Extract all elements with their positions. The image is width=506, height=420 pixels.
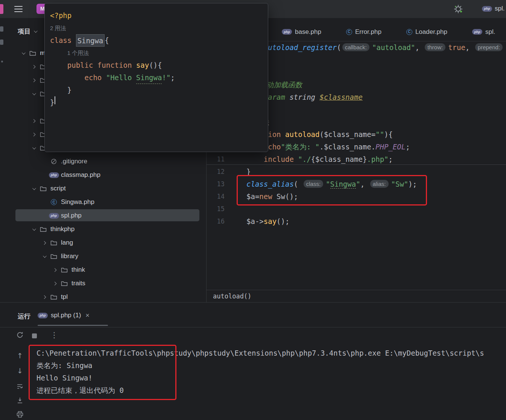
line-number: 15 xyxy=(207,203,225,215)
chevron-right-icon[interactable] xyxy=(29,79,38,82)
chevron-right-icon[interactable] xyxy=(29,65,38,68)
code-token: echo xyxy=(85,72,106,84)
inlay-hint: prepend: xyxy=(475,43,503,51)
code-token: $a xyxy=(246,217,255,225)
folder-icon-slot xyxy=(28,50,38,56)
line-number: 13 xyxy=(207,178,225,190)
chevron-right-icon[interactable] xyxy=(29,133,38,136)
folder-icon-slot xyxy=(38,186,48,192)
tab-label: Error.php xyxy=(355,28,381,36)
run-tab-label: spl.php (1) xyxy=(51,312,81,319)
tab-error-php[interactable]: C Error.php xyxy=(346,28,381,36)
code-token: $a xyxy=(246,192,255,201)
code-line: <?php xyxy=(50,9,267,22)
rerun-icon[interactable] xyxy=(16,331,24,339)
chevron-down-icon[interactable] xyxy=(29,187,38,190)
code-token: $class_name xyxy=(324,143,371,151)
tree-item-lang[interactable]: lang xyxy=(6,236,207,250)
soft-wrap-icon[interactable] xyxy=(16,383,24,390)
method-separator xyxy=(207,164,506,165)
print-icon[interactable] xyxy=(16,411,24,418)
class-file-icon: C xyxy=(346,29,352,35)
tool-stripe-icon[interactable] xyxy=(0,40,3,45)
chevron-down-icon[interactable] xyxy=(18,52,28,55)
tab-loader-php[interactable]: C Loader.php xyxy=(406,28,447,36)
php-file-icon: php xyxy=(482,6,492,12)
code-token: true xyxy=(448,43,465,52)
scroll-to-end-icon[interactable] xyxy=(16,397,24,404)
arrow-down-icon[interactable]: ↓ xyxy=(16,367,24,375)
console-line: Hello Singwa! xyxy=(36,372,506,384)
tree-item-spl.php[interactable]: phpspl.php xyxy=(6,209,207,222)
tab-label: spl. xyxy=(485,28,495,36)
php-file-icon: php xyxy=(49,213,59,219)
tree-item-Singwa.php[interactable]: CSingwa.php xyxy=(6,195,207,209)
chevron-down-icon[interactable] xyxy=(29,147,38,149)
code-token: " xyxy=(356,180,360,188)
tree-item-label: tpl xyxy=(61,293,68,301)
tool-stripe-icon[interactable] xyxy=(0,26,3,32)
tree-item-label: classmap.php xyxy=(61,171,100,179)
tree-item-.gitignore[interactable]: .gitignore xyxy=(6,155,207,168)
code-token: { xyxy=(105,34,109,47)
code-token: 2 用法 xyxy=(50,22,66,34)
chevron-down-icon[interactable] xyxy=(29,228,38,231)
tree-item-traits[interactable]: traits xyxy=(6,277,207,290)
code-line: echo "Hello Singwa!"; xyxy=(50,72,267,84)
run-tab-spl-php[interactable]: php spl.php (1) × xyxy=(38,307,90,324)
tree-item-library[interactable]: library xyxy=(6,250,207,263)
code-token: } xyxy=(363,155,367,163)
code-line: } xyxy=(50,96,267,109)
code-token: " xyxy=(326,180,330,188)
close-icon[interactable]: × xyxy=(85,312,90,320)
folder-icon-slot xyxy=(59,267,69,273)
folder-icon-slot xyxy=(49,294,59,300)
code-token: -> xyxy=(255,217,264,225)
tree-item-thinkphp[interactable]: thinkphp xyxy=(6,222,207,236)
php-icon-slot: php xyxy=(49,172,59,178)
tree-item-script[interactable]: script xyxy=(6,182,207,195)
code-token: ; xyxy=(170,72,175,84)
tree-item-think[interactable]: think xyxy=(6,263,207,277)
code-token: . xyxy=(319,143,324,151)
code-token: Singwa xyxy=(330,180,356,189)
project-panel-header[interactable]: 项目 xyxy=(18,27,36,36)
kebab-menu-icon[interactable]: ⋮ xyxy=(50,330,58,339)
run-tool-window[interactable]: 运行 php spl.php (1) × ⋮ ↑ ↓ C:\Penetratio… xyxy=(0,302,506,420)
tab-base-php[interactable]: php base.php xyxy=(282,28,321,36)
chevron-right-icon[interactable] xyxy=(39,296,49,298)
php-file-icon: php xyxy=(282,29,292,35)
chevron-down-icon[interactable] xyxy=(39,255,49,258)
arrow-up-icon[interactable]: ↑ xyxy=(16,352,24,360)
line-number: 16 xyxy=(207,215,225,228)
chevron-down-icon[interactable] xyxy=(29,93,38,95)
console-line: C:\Penetration\TrafficTools\phpstudy\php… xyxy=(36,347,506,359)
stop-icon[interactable] xyxy=(32,333,37,338)
class-icon-slot: C xyxy=(49,199,59,205)
code-token: } xyxy=(50,96,54,109)
chevron-right-icon[interactable] xyxy=(39,242,49,244)
tree-item-label: library xyxy=(61,253,78,260)
tree-item-tpl[interactable]: tpl xyxy=(6,290,207,302)
code-token: Sw(); xyxy=(272,192,298,201)
run-console[interactable]: C:\Penetration\TrafficTools\phpstudy\php… xyxy=(36,347,506,400)
gear-icon[interactable] xyxy=(453,3,464,15)
popup-code: <?php2 用法class Singwa{ 1 个用法 public func… xyxy=(50,9,267,151)
chevron-right-icon[interactable] xyxy=(50,269,59,271)
chevron-right-icon[interactable] xyxy=(50,282,59,285)
main-menu-icon[interactable] xyxy=(14,6,23,14)
chevron-right-icon[interactable] xyxy=(29,120,38,122)
code-line: class Singwa{ xyxy=(50,34,267,47)
tab-spl-php[interactable]: php spl. xyxy=(472,28,495,36)
editor-context-bar: autoload() xyxy=(207,290,506,302)
ignored-file-icon xyxy=(51,158,57,164)
code-token: "Hello xyxy=(106,72,136,84)
code-token: 1 个用法 xyxy=(67,47,89,59)
code-token: new xyxy=(259,192,272,201)
tree-item-classmap.php[interactable]: phpclassmap.php xyxy=(6,168,207,182)
line-number: 11 xyxy=(207,153,225,166)
code-preview-popup[interactable]: <?php2 用法class Singwa{ 1 个用法 public func… xyxy=(44,3,268,152)
code-line: 1 个用法 xyxy=(50,47,267,59)
folder-icon xyxy=(50,294,57,300)
run-panel-divider xyxy=(0,327,506,327)
